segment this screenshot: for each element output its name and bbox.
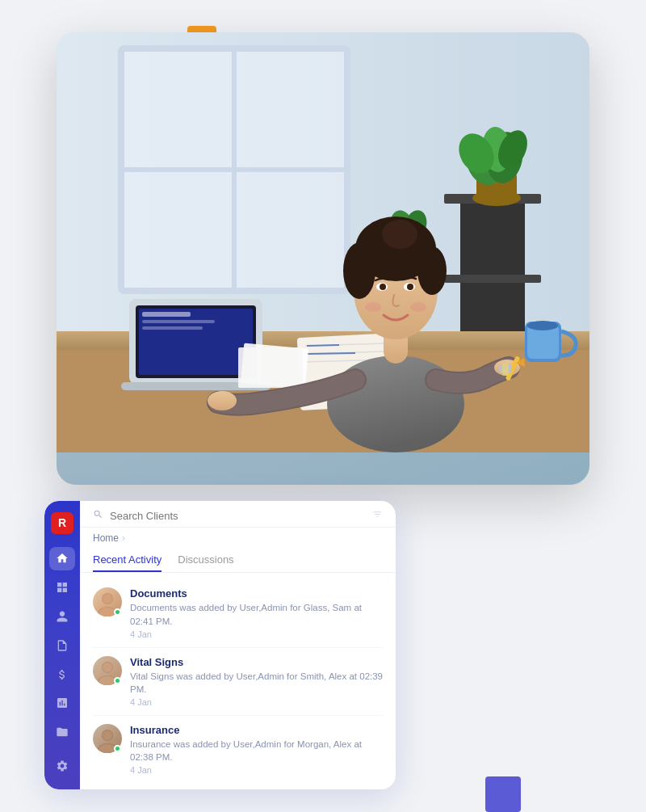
tab-discussions[interactable]: Discussions bbox=[178, 547, 233, 572]
activity-title-3: Insurance bbox=[130, 724, 383, 736]
app-logo[interactable]: R bbox=[51, 512, 73, 533]
filter-icon[interactable] bbox=[372, 509, 383, 522]
activity-title-2: Vital Signs bbox=[130, 656, 383, 668]
search-bar bbox=[80, 501, 396, 528]
svg-point-60 bbox=[365, 302, 381, 312]
sidebar: R bbox=[44, 501, 80, 789]
tabs-container: Recent Activity Discussions bbox=[80, 547, 396, 573]
activity-date-1: 4 Jan bbox=[130, 629, 383, 639]
sidebar-item-users[interactable] bbox=[49, 604, 75, 629]
ui-overlay-card: R bbox=[44, 501, 396, 789]
svg-rect-44 bbox=[238, 347, 303, 388]
svg-rect-30 bbox=[142, 312, 191, 317]
svg-rect-31 bbox=[142, 320, 215, 323]
activity-date-2: 4 Jan bbox=[130, 697, 383, 707]
sidebar-item-dashboard[interactable] bbox=[49, 575, 75, 600]
svg-point-61 bbox=[410, 302, 426, 312]
avatar-wrap-2 bbox=[93, 656, 122, 685]
activity-text-2: Vital Signs Vital Signs was added by Use… bbox=[130, 656, 383, 707]
tab-recent-activity[interactable]: Recent Activity bbox=[93, 547, 162, 572]
svg-point-53 bbox=[382, 220, 417, 249]
hero-photo-card bbox=[57, 32, 589, 485]
breadcrumb-separator: › bbox=[122, 532, 125, 544]
photo-background bbox=[57, 32, 589, 485]
svg-point-42 bbox=[527, 321, 558, 330]
search-input[interactable] bbox=[110, 510, 366, 522]
svg-point-74 bbox=[103, 730, 112, 740]
activity-title-1: Documents bbox=[130, 587, 383, 600]
sidebar-item-analytics[interactable] bbox=[49, 692, 75, 716]
svg-line-38 bbox=[307, 345, 339, 346]
sidebar-item-billing[interactable] bbox=[49, 663, 75, 687]
svg-point-58 bbox=[380, 284, 386, 290]
svg-point-59 bbox=[407, 284, 413, 290]
activity-text-1: Documents Documents was added by User,Ad… bbox=[130, 587, 383, 638]
online-indicator bbox=[114, 608, 121, 616]
search-icon bbox=[93, 509, 103, 522]
breadcrumb: Home › bbox=[80, 528, 396, 547]
sidebar-item-documents[interactable] bbox=[49, 633, 75, 658]
avatar-wrap-3 bbox=[93, 724, 122, 753]
breadcrumb-home[interactable]: Home bbox=[93, 532, 119, 544]
activity-desc-3: Insurance was added by User,Admin for Mo… bbox=[130, 738, 383, 764]
deco-purple-square bbox=[485, 776, 521, 812]
main-content: Home › Recent Activity Discussions Docum… bbox=[80, 501, 396, 789]
svg-point-46 bbox=[208, 391, 237, 410]
avatar-wrap-1 bbox=[93, 587, 122, 616]
svg-rect-6 bbox=[460, 194, 525, 339]
svg-point-54 bbox=[343, 242, 375, 299]
activity-desc-2: Vital Signs was added by User,Admin for … bbox=[130, 670, 383, 696]
svg-point-70 bbox=[103, 663, 112, 672]
sidebar-item-settings[interactable] bbox=[49, 754, 75, 778]
activity-date-3: 4 Jan bbox=[130, 765, 383, 775]
svg-rect-32 bbox=[142, 326, 203, 330]
activity-desc-1: Documents was added by User,Admin for Gl… bbox=[130, 601, 383, 627]
svg-point-55 bbox=[417, 246, 447, 295]
sidebar-item-files[interactable] bbox=[49, 720, 75, 744]
list-item: Insurance Insurance was added by User,Ad… bbox=[80, 716, 396, 783]
svg-rect-8 bbox=[444, 275, 541, 283]
list-item: Vital Signs Vital Signs was added by Use… bbox=[80, 648, 396, 715]
sidebar-item-home[interactable] bbox=[49, 547, 75, 571]
activity-text-3: Insurance Insurance was added by User,Ad… bbox=[130, 724, 383, 775]
online-indicator bbox=[114, 745, 121, 752]
list-item: Documents Documents was added by User,Ad… bbox=[80, 579, 396, 646]
online-indicator bbox=[114, 677, 121, 684]
svg-point-66 bbox=[103, 594, 112, 604]
svg-line-39 bbox=[307, 353, 355, 354]
svg-rect-63 bbox=[502, 363, 509, 376]
logo-text: R bbox=[58, 516, 66, 529]
svg-rect-29 bbox=[139, 309, 253, 375]
activity-list: Documents Documents was added by User,Ad… bbox=[80, 573, 396, 789]
